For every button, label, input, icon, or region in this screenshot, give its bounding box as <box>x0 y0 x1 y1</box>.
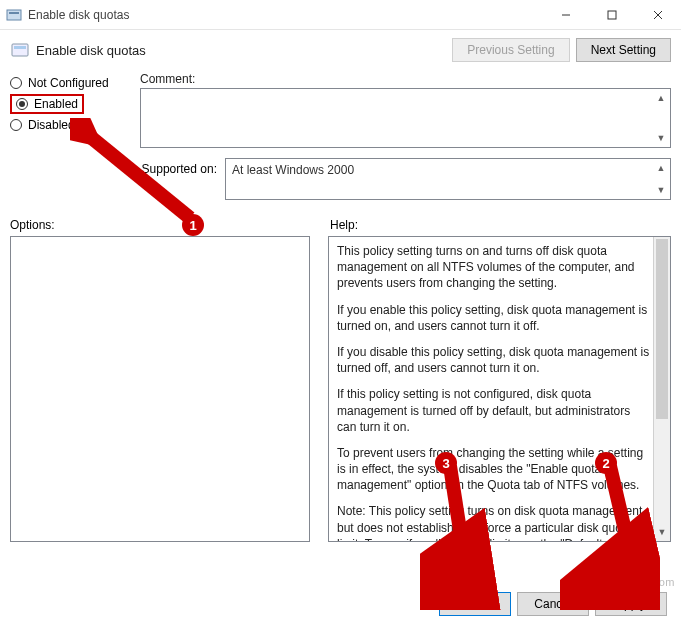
chevron-down-icon[interactable]: ▼ <box>654 131 668 145</box>
radio-label: Disabled <box>28 118 75 132</box>
options-panel <box>10 236 310 542</box>
ok-button[interactable]: OK <box>439 592 511 616</box>
comment-field[interactable]: ▲ ▼ <box>140 88 671 148</box>
options-label: Options: <box>10 218 330 232</box>
policy-icon <box>10 40 30 60</box>
comment-label: Comment: <box>140 72 671 86</box>
radio-dot-icon <box>10 119 22 131</box>
minimize-button[interactable] <box>543 0 589 30</box>
app-icon <box>6 7 22 23</box>
radio-enabled[interactable]: Enabled <box>10 94 130 114</box>
help-label: Help: <box>330 218 671 232</box>
watermark: wsxdn.com <box>615 576 675 588</box>
apply-button[interactable]: Apply <box>595 592 667 616</box>
chevron-up-icon[interactable]: ▲ <box>654 91 668 105</box>
cancel-button[interactable]: Cancel <box>517 592 589 616</box>
help-paragraph: To prevent users from changing the setti… <box>337 445 650 494</box>
help-paragraph: This policy setting turns on and turns o… <box>337 243 650 292</box>
radio-not-configured[interactable]: Not Configured <box>10 76 130 90</box>
supported-field: At least Windows 2000 ▲ ▼ <box>225 158 671 200</box>
state-radio-group: Not Configured Enabled Disabled <box>10 72 130 148</box>
policy-header: Enable disk quotas Previous Setting Next… <box>0 30 681 68</box>
svg-rect-6 <box>12 44 28 56</box>
scrollbar-thumb[interactable] <box>656 239 668 419</box>
radio-label: Not Configured <box>28 76 109 90</box>
radio-label: Enabled <box>34 97 78 111</box>
help-paragraph: Note: This policy setting turns on disk … <box>337 503 650 542</box>
help-paragraph: If you enable this policy setting, disk … <box>337 302 650 334</box>
window-title: Enable disk quotas <box>28 8 543 22</box>
title-bar: Enable disk quotas <box>0 0 681 30</box>
previous-setting-button: Previous Setting <box>452 38 569 62</box>
dialog-buttons: OK Cancel Apply <box>439 592 667 616</box>
svg-rect-7 <box>14 46 26 49</box>
svg-rect-1 <box>9 12 19 14</box>
maximize-button[interactable] <box>589 0 635 30</box>
scrollbar[interactable]: ▲ ▼ <box>653 237 670 541</box>
chevron-down-icon[interactable]: ▼ <box>654 183 668 197</box>
svg-rect-3 <box>608 11 616 19</box>
svg-rect-0 <box>7 10 21 20</box>
help-panel: This policy setting turns on and turns o… <box>328 236 671 542</box>
help-paragraph: If this policy setting is not configured… <box>337 386 650 435</box>
chevron-up-icon[interactable]: ▲ <box>654 161 668 175</box>
supported-label: Supported on: <box>10 158 225 200</box>
help-paragraph: If you disable this policy setting, disk… <box>337 344 650 376</box>
radio-disabled[interactable]: Disabled <box>10 118 130 132</box>
supported-value: At least Windows 2000 <box>232 163 354 177</box>
chevron-down-icon[interactable]: ▼ <box>654 524 670 541</box>
radio-dot-icon <box>10 77 22 89</box>
radio-dot-icon <box>16 98 28 110</box>
policy-title: Enable disk quotas <box>36 43 452 58</box>
next-setting-button[interactable]: Next Setting <box>576 38 671 62</box>
close-button[interactable] <box>635 0 681 30</box>
